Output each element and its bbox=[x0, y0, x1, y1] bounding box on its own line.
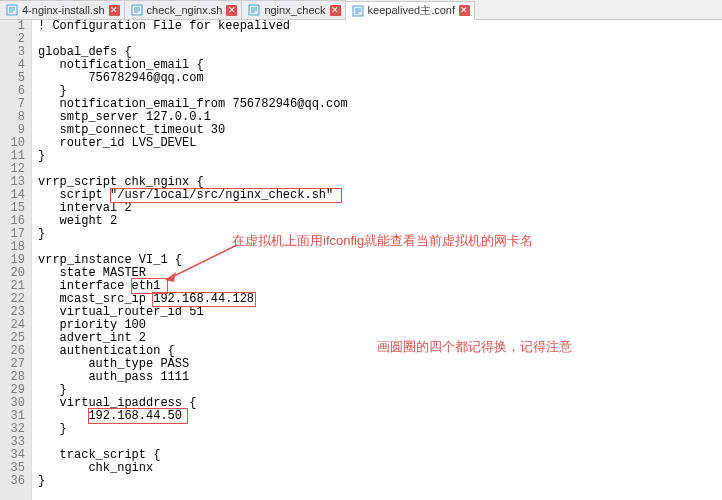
tab-nginx-check[interactable]: nginx_check ✕ bbox=[242, 0, 345, 19]
code-line[interactable]: interval 2 bbox=[38, 202, 722, 215]
tab-bar: 4-nginx-install.sh ✕ check_nginx.sh ✕ ng… bbox=[0, 0, 722, 20]
code-area[interactable]: 在虚拟机上面用ifconfig就能查看当前虚拟机的网卡名 画圆圈的四个都记得换，… bbox=[32, 20, 722, 500]
code-line[interactable]: ! Configuration File for keepalived bbox=[38, 20, 722, 33]
tab-label: keepalived主.conf bbox=[368, 3, 455, 18]
code-line[interactable]: 192.168.44.50 bbox=[38, 410, 722, 423]
code-line[interactable]: auth_pass 1111 bbox=[38, 371, 722, 384]
code-line[interactable]: } bbox=[38, 475, 722, 488]
tab-4-nginx-install[interactable]: 4-nginx-install.sh ✕ bbox=[0, 0, 125, 19]
code-line[interactable]: 756782946@qq.com bbox=[38, 72, 722, 85]
code-line[interactable]: } bbox=[38, 228, 722, 241]
tab-label: nginx_check bbox=[264, 4, 325, 16]
code-line[interactable]: weight 2 bbox=[38, 215, 722, 228]
line-number: 36 bbox=[0, 475, 25, 488]
tab-label: check_nginx.sh bbox=[147, 4, 223, 16]
tab-check-nginx[interactable]: check_nginx.sh ✕ bbox=[125, 0, 243, 19]
code-line[interactable]: script "/usr/local/src/nginx_check.sh" bbox=[38, 189, 722, 202]
close-icon[interactable]: ✕ bbox=[459, 5, 470, 16]
close-icon[interactable]: ✕ bbox=[109, 5, 120, 16]
code-line[interactable]: } bbox=[38, 150, 722, 163]
editor: 1234567891011121314151617181920212223242… bbox=[0, 20, 722, 500]
tab-keepalived-conf[interactable]: keepalived主.conf ✕ bbox=[346, 1, 475, 20]
code-line[interactable]: router_id LVS_DEVEL bbox=[38, 137, 722, 150]
code-line[interactable]: chk_nginx bbox=[38, 462, 722, 475]
file-icon bbox=[6, 4, 18, 16]
file-icon bbox=[352, 5, 364, 17]
close-icon[interactable]: ✕ bbox=[330, 5, 341, 16]
file-icon bbox=[248, 4, 260, 16]
file-icon bbox=[131, 4, 143, 16]
line-number-gutter: 1234567891011121314151617181920212223242… bbox=[0, 20, 32, 500]
code-line[interactable]: } bbox=[38, 423, 722, 436]
close-icon[interactable]: ✕ bbox=[226, 5, 237, 16]
code-line[interactable] bbox=[38, 33, 722, 46]
tab-label: 4-nginx-install.sh bbox=[22, 4, 105, 16]
